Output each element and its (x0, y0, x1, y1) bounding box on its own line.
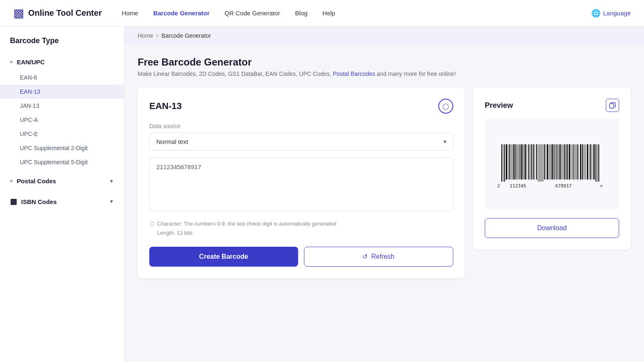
sidebar-item-ean-13[interactable]: EAN-13 (0, 85, 124, 99)
sidebar-item-jan-13[interactable]: JAN-13 (0, 99, 124, 113)
svg-rect-14 (521, 144, 522, 180)
action-buttons: Create Barcode ↺ Refresh (149, 247, 453, 267)
nav-home[interactable]: Home (122, 10, 138, 17)
svg-rect-24 (538, 144, 538, 182)
svg-rect-38 (558, 144, 559, 180)
breadcrumb: Home > Barcode Generator (124, 27, 644, 45)
barcode-type-title: EAN-13 (149, 101, 182, 112)
svg-rect-27 (542, 144, 542, 182)
svg-rect-11 (517, 144, 518, 180)
info-icon[interactable]: ◯ (438, 99, 453, 114)
svg-rect-23 (536, 144, 537, 180)
language-selector[interactable]: 🌐 Language (591, 9, 631, 18)
download-button[interactable]: Download (485, 218, 619, 238)
nav-blog[interactable]: Blog (295, 10, 308, 17)
svg-rect-51 (578, 144, 579, 180)
svg-rect-1 (501, 144, 502, 182)
svg-rect-37 (557, 144, 557, 180)
sidebar-group-header-postal[interactable]: ▫ Postal Codes ▼ (0, 172, 124, 190)
svg-rect-25 (539, 144, 540, 182)
svg-rect-59 (592, 144, 592, 180)
svg-rect-47 (573, 144, 574, 180)
logo-icon: ▩ (13, 6, 24, 20)
postal-group-icon: ▫ (10, 177, 12, 185)
sidebar-item-upc-supp-5[interactable]: UPC Supplemental 5-Digit (0, 155, 124, 169)
svg-rect-49 (576, 144, 576, 180)
barcode-config-card: EAN-13 ◯ Data source Normal text ▼ 21123… (138, 87, 465, 278)
subtitle-text: Make Linear Barcodes, 2D Codes, GS1 Data… (138, 70, 333, 77)
create-barcode-button[interactable]: Create Barcode (149, 247, 298, 267)
sidebar-group-label-postal: Postal Codes (17, 177, 56, 185)
subtitle-text-end: and many more for free online! (375, 70, 456, 77)
data-source-label: Data source (149, 123, 453, 129)
sidebar-group-postal: ▫ Postal Codes ▼ (0, 172, 124, 190)
data-source-select-wrapper: Normal text ▼ (149, 133, 453, 151)
svg-rect-22 (535, 144, 535, 180)
svg-rect-46 (571, 144, 571, 180)
barcode-preview-area: 2 112345 678917 > (485, 119, 619, 210)
breadcrumb-home[interactable]: Home (138, 32, 153, 39)
barcode-preview-card: Preview (473, 87, 631, 250)
svg-rect-54 (584, 144, 584, 180)
svg-rect-21 (533, 144, 534, 180)
nav-qr-code[interactable]: QR Code Generator (224, 10, 280, 17)
svg-rect-32 (549, 144, 549, 180)
sidebar-group-label-ean-upc: EAN/UPC (17, 58, 45, 66)
page-layout: Barcode Type ▫ EAN/UPC EAN-8 EAN-13 JAN-… (0, 27, 644, 362)
barcode-image: 2 112345 678917 > (494, 142, 610, 192)
nav-help[interactable]: Help (323, 10, 335, 17)
svg-rect-0 (610, 104, 614, 108)
copy-icon[interactable] (606, 99, 619, 112)
sidebar-item-upc-supp-2[interactable]: UPC Supplemental 2-Digit (0, 141, 124, 155)
svg-rect-34 (552, 144, 553, 180)
two-column-layout: EAN-13 ◯ Data source Normal text ▼ 21123… (138, 87, 631, 278)
card-header: EAN-13 ◯ (149, 99, 453, 114)
chevron-down-icon: ▼ (109, 178, 114, 184)
refresh-button[interactable]: ↺ Refresh (304, 247, 454, 267)
svg-rect-17 (527, 144, 527, 180)
svg-rect-4 (506, 144, 507, 180)
data-source-select[interactable]: Normal text (149, 133, 453, 151)
refresh-icon: ↺ (362, 253, 368, 260)
refresh-label: Refresh (371, 253, 394, 260)
sidebar-item-ean-8[interactable]: EAN-8 (0, 70, 124, 85)
sidebar-group-header-ean-upc[interactable]: ▫ EAN/UPC (0, 53, 124, 70)
svg-rect-2 (503, 144, 503, 182)
svg-rect-58 (590, 144, 591, 180)
page-title: Free Barcode Generator (138, 56, 631, 68)
sidebar-title: Barcode Type (0, 36, 124, 53)
svg-rect-53 (582, 144, 583, 180)
svg-rect-8 (512, 144, 513, 180)
svg-rect-29 (544, 144, 545, 180)
svg-rect-55 (585, 144, 586, 180)
svg-rect-45 (569, 144, 570, 180)
svg-rect-10 (515, 144, 516, 180)
nav-barcode-generator[interactable]: Barcode Generator (153, 10, 209, 17)
svg-rect-63 (598, 144, 599, 182)
language-label: Language (603, 10, 631, 17)
svg-rect-31 (547, 144, 548, 180)
svg-rect-52 (580, 144, 581, 180)
globe-icon: 🌐 (591, 9, 600, 18)
svg-rect-16 (525, 144, 526, 180)
svg-rect-13 (520, 144, 520, 180)
svg-rect-60 (593, 144, 595, 180)
svg-rect-41 (563, 144, 563, 180)
svg-rect-28 (543, 144, 543, 182)
logo[interactable]: ▩ Online Tool Center (13, 6, 102, 20)
svg-rect-33 (550, 144, 551, 180)
svg-rect-3 (504, 144, 505, 182)
svg-rect-9 (513, 144, 515, 180)
sidebar-group-header-isbn[interactable]: ▩ ISBN Codes ▼ (0, 193, 124, 210)
header: ▩ Online Tool Center Home Barcode Genera… (0, 0, 644, 27)
svg-rect-5 (508, 144, 508, 180)
svg-text:2: 2 (497, 183, 500, 189)
sidebar-item-upc-e[interactable]: UPC-E (0, 127, 124, 141)
preview-title: Preview (485, 101, 513, 110)
sidebar-item-upc-a[interactable]: UPC-A (0, 113, 124, 127)
breadcrumb-separator: > (156, 32, 159, 39)
barcode-data-input[interactable]: 2112345678917 (149, 157, 453, 211)
svg-text:>: > (600, 183, 603, 189)
svg-rect-57 (589, 144, 589, 180)
hint-text: ⓘ Character: The numbers 0-9, the last c… (149, 219, 453, 238)
